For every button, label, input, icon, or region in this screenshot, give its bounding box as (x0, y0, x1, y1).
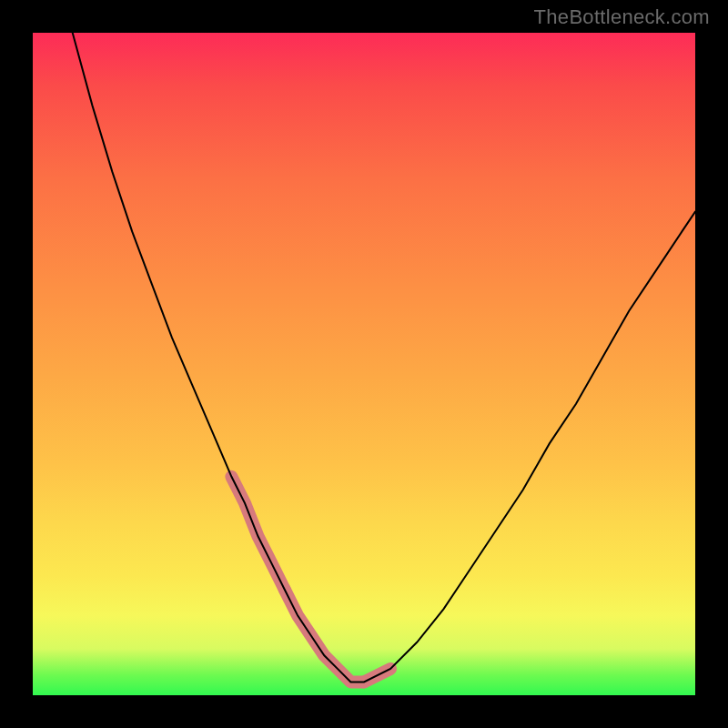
chart-frame: TheBottleneck.com (0, 0, 728, 728)
curve-layer (33, 33, 695, 695)
highlight-segments (231, 477, 390, 682)
bottleneck-curve (73, 33, 695, 682)
watermark-text: TheBottleneck.com (534, 5, 710, 29)
highlight-bottom-pink (285, 590, 364, 682)
plot-area (33, 33, 695, 695)
